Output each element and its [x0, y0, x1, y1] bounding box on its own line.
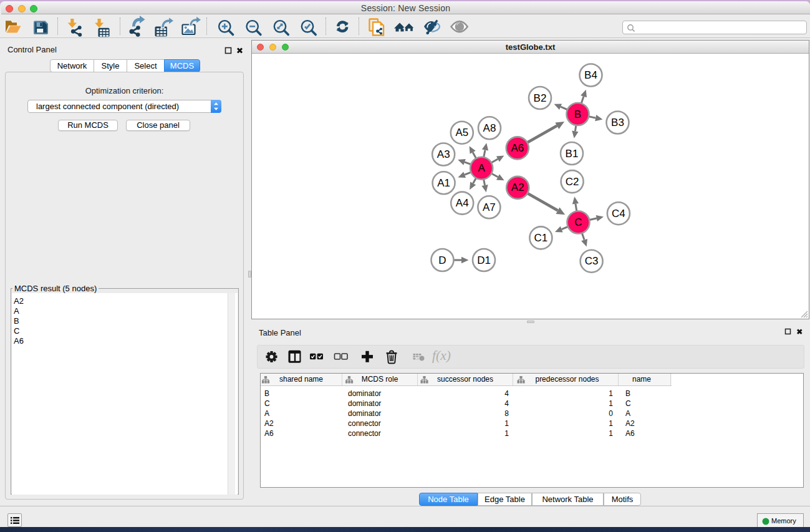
- svg-text:D: D: [438, 254, 446, 266]
- svg-text:A4: A4: [456, 197, 469, 209]
- svg-text:C2: C2: [566, 176, 579, 188]
- svg-text:A8: A8: [483, 122, 496, 134]
- svg-text:C4: C4: [612, 208, 625, 220]
- svg-text:A5: A5: [455, 127, 468, 138]
- svg-text:A7: A7: [483, 201, 496, 213]
- svg-text:B3: B3: [611, 117, 624, 128]
- svg-text:B: B: [574, 109, 581, 120]
- svg-text:A6: A6: [511, 142, 524, 154]
- svg-text:B2: B2: [534, 92, 547, 104]
- svg-text:A2: A2: [511, 181, 524, 193]
- svg-text:B1: B1: [566, 148, 579, 160]
- svg-text:B4: B4: [584, 69, 597, 81]
- svg-text:A3: A3: [437, 148, 450, 160]
- svg-text:C1: C1: [534, 232, 548, 244]
- svg-text:A: A: [478, 162, 486, 174]
- svg-text:C3: C3: [585, 255, 599, 267]
- svg-text:D1: D1: [477, 254, 491, 266]
- svg-text:C: C: [574, 216, 582, 228]
- svg-text:A1: A1: [437, 177, 450, 189]
